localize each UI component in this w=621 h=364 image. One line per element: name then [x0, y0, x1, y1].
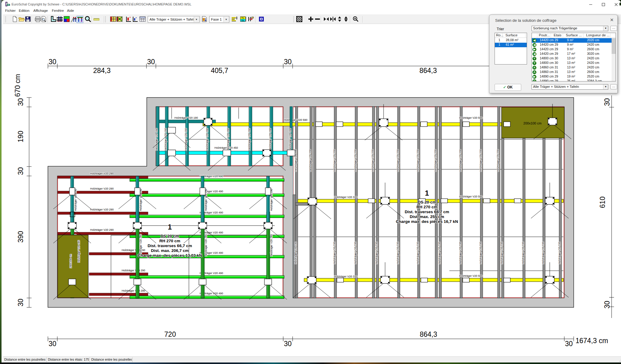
svg-text:Holzträger V20 290: Holzträger V20 290 [122, 289, 145, 292]
svg-text:Holzträger V20 330: Holzträger V20 330 [334, 275, 357, 278]
svg-text:Holzträger V20 330: Holzträger V20 330 [438, 242, 441, 264]
svg-text:DS 20 cm: DS 20 cm [418, 200, 436, 204]
svg-text:Holzträger V20 330: Holzträger V20 330 [354, 242, 357, 264]
svg-text:Holzträger V20 190: Holzträger V20 190 [164, 128, 167, 151]
svg-text:Holzträger V20 450: Holzträger V20 450 [214, 146, 238, 149]
svg-text:1674,3 cm: 1674,3 cm [576, 337, 608, 345]
svg-text:200x100 cm: 200x100 cm [69, 254, 72, 268]
svg-text:Holzträger V20 330: Holzträger V20 330 [416, 149, 419, 172]
svg-text:30: 30 [49, 58, 56, 66]
svg-text:Holzträger V20 330: Holzträger V20 330 [459, 242, 462, 264]
svg-text:30: 30 [565, 340, 573, 348]
svg-text:Holzträger V20 290: Holzträger V20 290 [90, 208, 114, 211]
svg-text:Holzträger V20 330: Holzträger V20 330 [333, 242, 336, 264]
svg-text:Holzträger V20 190: Holzträger V20 190 [289, 128, 292, 151]
svg-text:30: 30 [17, 98, 25, 106]
svg-text:Dist. max. 255 cm: Dist. max. 255 cm [410, 214, 444, 219]
svg-text:390: 390 [17, 231, 25, 243]
svg-text:Holzträger V20 330: Holzträger V20 330 [496, 149, 499, 172]
svg-text:Holzträger V20 190: Holzträger V20 190 [248, 128, 251, 151]
svg-text:1: 1 [168, 223, 172, 231]
svg-text:30: 30 [284, 340, 292, 348]
svg-text:Holzträger V20 190: Holzträger V20 190 [227, 128, 230, 151]
svg-text:30: 30 [284, 58, 292, 66]
svg-text:Holzträger V20 330: Holzträger V20 330 [396, 242, 399, 264]
svg-text:T2: T2 [241, 19, 244, 22]
svg-text:200x100 cm: 200x100 cm [523, 121, 542, 125]
svg-text:Holzträger V20 330: Holzträger V20 330 [542, 242, 545, 264]
svg-text:Charge max. des pièces 16,7 kN: Charge max. des pièces 16,7 kN [396, 219, 458, 224]
svg-text:Holzträger V20 590: Holzträger V20 590 [459, 195, 483, 198]
svg-text:Holzträger V20 190: Holzträger V20 190 [206, 128, 209, 151]
svg-text:Holzträger V20 330: Holzträger V20 330 [354, 149, 357, 172]
svg-text:T1: T1 [241, 17, 244, 19]
svg-text:Holzträger V20 330: Holzträger V20 330 [479, 149, 482, 172]
svg-text:Holzträger V20 330: Holzträger V20 330 [500, 242, 503, 264]
svg-text:Holzträger V20 190: Holzträger V20 190 [184, 128, 187, 151]
svg-text:30: 30 [17, 167, 25, 175]
svg-text:Holzträger V20 190: Holzträger V20 190 [155, 128, 158, 151]
svg-text:Holzträger V20 330: Holzträger V20 330 [396, 149, 399, 172]
svg-text:Holzträger V20 245: Holzträger V20 245 [77, 240, 80, 263]
svg-text:864,3: 864,3 [419, 67, 437, 74]
svg-text:Holzträger V20 590: Holzträger V20 590 [459, 116, 483, 119]
svg-text:Holzträger V20 330: Holzträger V20 330 [479, 242, 482, 264]
svg-text:Holzträger V20 590: Holzträger V20 590 [459, 274, 483, 277]
svg-text:Holzträger V20 290: Holzträger V20 290 [90, 187, 114, 190]
svg-text:Holzträger V20 330: Holzträger V20 330 [434, 149, 437, 172]
svg-text:405,7: 405,7 [211, 67, 228, 74]
svg-text:30: 30 [49, 340, 56, 348]
svg-text:1: 1 [425, 189, 429, 197]
svg-text:Dist. max. 206,7 cm: Dist. max. 206,7 cm [151, 248, 189, 253]
svg-text:Holzträger V20 190: Holzträger V20 190 [269, 128, 272, 151]
svg-text:Holzträger V20 330: Holzträger V20 330 [294, 242, 297, 264]
svg-text:Holzträger V20 330: Holzträger V20 330 [522, 242, 525, 264]
svg-text:Holzträger V20 330: Holzträger V20 330 [334, 196, 357, 199]
svg-text:Charge max. des pièces 13,03 k: Charge max. des pièces 13,03 kN [138, 253, 202, 258]
svg-text:Holzträger V20 330: Holzträger V20 330 [371, 149, 374, 172]
svg-text:Dist. traverses 66,7 cm: Dist. traverses 66,7 cm [148, 243, 192, 248]
svg-text:RH 270 cm: RH 270 cm [416, 205, 437, 209]
svg-text:30: 30 [147, 58, 155, 66]
svg-text:610: 610 [599, 197, 606, 208]
svg-text:670 cm: 670 cm [14, 74, 22, 97]
svg-text:Holzträger V20 330: Holzträger V20 330 [309, 149, 312, 172]
svg-text:Holzträger V20 190: Holzträger V20 190 [174, 116, 198, 119]
svg-text:Holzträger V20 245: Holzträger V20 245 [204, 234, 207, 256]
svg-text:Holzträger V20 290: Holzträger V20 290 [122, 269, 145, 272]
svg-text:Holzträger V20 290: Holzträger V20 290 [90, 172, 114, 175]
svg-text:864,3: 864,3 [420, 330, 437, 338]
svg-text:Holzträger V20 590: Holzträger V20 590 [284, 118, 307, 121]
svg-text:Holzträger V20 245: Holzträger V20 245 [270, 234, 273, 256]
svg-text:RH 270 cm: RH 270 cm [159, 239, 180, 243]
svg-text:Holzträger V20 330: Holzträger V20 330 [459, 149, 462, 172]
svg-text:Dist. traverses 66,7 cm: Dist. traverses 66,7 cm [405, 210, 449, 214]
svg-text:30: 30 [603, 98, 611, 106]
svg-text:30: 30 [17, 299, 25, 306]
svg-text:30: 30 [603, 301, 611, 309]
svg-text:Holzträger V20 330: Holzträger V20 330 [375, 242, 378, 264]
svg-text:720: 720 [164, 330, 176, 338]
svg-text:Holzträger V20 330: Holzträger V20 330 [558, 242, 561, 264]
svg-text:Holzträger V20 290: Holzträger V20 290 [90, 228, 114, 231]
svg-text:284,3: 284,3 [93, 67, 111, 74]
svg-text:Holzträger V20 330: Holzträger V20 330 [333, 149, 336, 172]
svg-text:DS 20 cm: DS 20 cm [161, 234, 179, 238]
svg-text:190: 190 [17, 131, 25, 142]
svg-text:Holzträger V20 330: Holzträger V20 330 [416, 242, 419, 264]
